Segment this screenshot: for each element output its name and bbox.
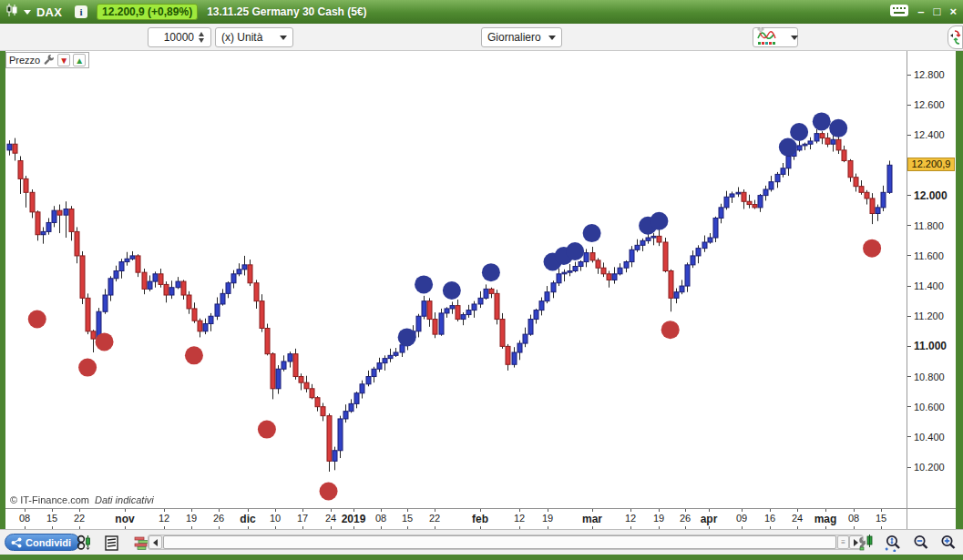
y-tick-mark — [907, 195, 911, 196]
y-tick-label: 11.200 — [907, 310, 944, 322]
y-tick-mark — [907, 225, 911, 226]
green-up-arrow-icon: ▲ — [75, 56, 84, 65]
symbol-dropdown-caret-icon[interactable] — [24, 10, 31, 15]
x-tick-mark — [770, 509, 771, 512]
zoom-in-button[interactable] — [938, 533, 958, 552]
x-tick-mark — [191, 509, 192, 512]
last-price-marker: 12.200,9 — [907, 158, 955, 171]
zoom-fit-icon — [884, 534, 903, 552]
horizontal-bars-icon — [134, 536, 149, 550]
x-tick-label: 22 — [59, 513, 99, 524]
x-tick-mark — [881, 509, 882, 512]
zoom-out-button[interactable] — [911, 533, 930, 552]
instrument-description: 13.11.25 Germany 30 Cash (5€) — [207, 5, 366, 18]
scroll-left-button[interactable] — [149, 535, 162, 549]
chevron-down-icon — [548, 36, 556, 40]
scrollbar-grip[interactable]: ≡ — [837, 535, 849, 549]
symbol-name[interactable]: DAX — [36, 5, 62, 19]
unit-select-value: (x) Unità — [221, 31, 262, 44]
x-tick-mark — [164, 509, 165, 512]
chart-style-icon — [756, 27, 778, 48]
unit-select[interactable]: (x) Unità — [215, 27, 293, 47]
copyright-text: © IT-Finance.com — [10, 494, 89, 505]
keyboard-icon[interactable] — [890, 4, 908, 20]
y-tick-label: 11.400 — [907, 280, 944, 292]
info-icon[interactable]: i — [75, 5, 87, 18]
y-tick-label: 10.600 — [907, 401, 945, 413]
y-tick-label: 12.000 — [907, 189, 948, 202]
x-tick-mark — [592, 509, 593, 512]
candlestick-chart-icon — [6, 4, 18, 20]
x-tick-mark — [248, 509, 249, 512]
timeframe-select[interactable]: Giornaliero — [481, 27, 562, 47]
sell-indicator-button[interactable]: ▼ — [57, 54, 70, 66]
chart-main: Prezzo ▼ ▲ © IT-Finance.comDati indicati… — [5, 51, 956, 529]
stepper-up-icon[interactable] — [199, 32, 204, 36]
x-tick-label: nov — [105, 513, 145, 525]
collapse-arrows-icon — [949, 29, 961, 46]
disclaimer-text: Dati indicativi — [95, 494, 154, 505]
x-tick-label: 15 — [861, 513, 901, 524]
x-tick-mark — [302, 509, 303, 512]
buy-indicator-button[interactable]: ▲ — [73, 54, 86, 66]
scrollbar-thumb[interactable] — [163, 535, 836, 549]
price-axis[interactable]: 12.200,9 12.80012.60012.40012.00011.8001… — [907, 51, 956, 508]
x-tick-mark — [219, 509, 220, 512]
x-tick-mark — [685, 509, 686, 512]
chain-candle-icon — [77, 535, 92, 551]
stepper-down-icon[interactable] — [199, 38, 204, 43]
x-tick-mark — [854, 509, 855, 512]
price-change-badge: 12.200,9 (+0,89%) — [97, 4, 198, 20]
price-plot: Prezzo ▼ ▲ © IT-Finance.comDati indicati… — [5, 51, 907, 508]
time-axis[interactable]: 081522nov121926dic1017242019081522feb121… — [5, 508, 907, 529]
y-tick-mark — [907, 376, 911, 377]
close-button[interactable]: × — [949, 5, 957, 18]
candlestick-canvas[interactable] — [5, 51, 907, 508]
y-tick-label: 12.600 — [907, 98, 945, 111]
y-tick-label: 10.200 — [907, 461, 945, 473]
zoom-fit-button[interactable] — [884, 533, 903, 552]
y-tick-label: 11.600 — [907, 249, 944, 262]
chevron-down-icon — [791, 36, 798, 40]
y-tick-label: 10.400 — [907, 431, 945, 443]
quantity-control — [148, 27, 211, 47]
y-tick-mark — [907, 467, 911, 468]
x-tick-mark — [709, 509, 710, 512]
x-tick-label: mar — [572, 513, 612, 525]
linked-chart-tool-button[interactable] — [75, 534, 93, 552]
maximize-button[interactable]: □ — [934, 5, 941, 18]
window-border — [0, 555, 963, 560]
notes-button[interactable] — [102, 534, 120, 552]
x-tick-mark — [275, 509, 276, 512]
copyright-note: © IT-Finance.comDati indicativi — [10, 494, 154, 505]
y-tick-label: 11.000 — [907, 340, 947, 352]
quantity-input[interactable] — [152, 30, 196, 45]
x-tick-mark — [52, 509, 53, 512]
zoom-out-icon — [912, 534, 930, 552]
x-tick-mark — [519, 509, 520, 512]
wrench-icon[interactable] — [43, 54, 55, 67]
minimize-button[interactable]: – — [917, 5, 924, 18]
y-tick-label: 11.800 — [907, 219, 944, 232]
x-tick-mark — [125, 509, 126, 512]
left-arrow-icon — [153, 539, 158, 546]
y-tick-mark — [907, 75, 911, 76]
x-tick-mark — [79, 509, 80, 512]
chart-options-button[interactable] — [856, 533, 876, 552]
y-tick-mark — [907, 436, 911, 437]
y-tick-label: 12.400 — [907, 128, 945, 141]
x-tick-label: feb — [460, 513, 500, 525]
chevron-down-icon — [280, 36, 287, 40]
x-tick-label: 19 — [528, 513, 568, 524]
y-tick-mark — [907, 135, 911, 136]
x-tick-mark — [353, 509, 354, 512]
wrench-candle-icon — [857, 534, 875, 551]
time-scrollbar[interactable]: ≡ — [148, 535, 864, 550]
quantity-stepper[interactable] — [199, 32, 204, 43]
share-button[interactable]: Condividi — [5, 534, 80, 551]
collapse-panel-button[interactable] — [948, 25, 963, 49]
x-tick-label: 22 — [415, 513, 455, 524]
chart-style-button[interactable] — [753, 27, 798, 47]
chart-window: DAX i 12.200,9 (+0,89%) 13.11.25 Germany… — [0, 0, 963, 560]
price-panel-label: Prezzo — [9, 55, 40, 66]
